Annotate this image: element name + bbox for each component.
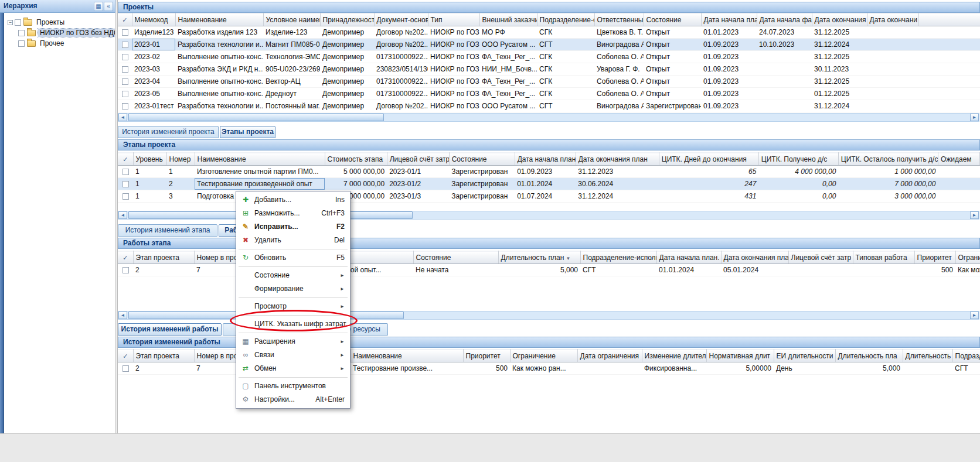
cell[interactable]: Демопример bbox=[320, 26, 374, 39]
row-checkbox[interactable] bbox=[122, 91, 128, 97]
cell[interactable]: Уварова Г. Ф. bbox=[594, 63, 644, 76]
cell[interactable]: СГТ bbox=[952, 362, 980, 375]
cell[interactable]: СГТ bbox=[537, 100, 594, 112]
cell[interactable] bbox=[867, 39, 918, 51]
cell[interactable]: Магнит ПМ085-01 bbox=[263, 39, 320, 51]
table-row[interactable]: 2023-02Выполнение опытно-конс...Технолог… bbox=[118, 51, 980, 63]
context-menu-item[interactable]: ►Просмотр bbox=[237, 300, 349, 313]
cell[interactable]: Открыт bbox=[644, 63, 701, 76]
column-header[interactable]: Дата окончания план bbox=[721, 251, 788, 264]
column-header[interactable]: Ожидаем bbox=[938, 153, 979, 166]
cell[interactable]: ФА_Техн_Рег_... bbox=[479, 88, 537, 100]
cell[interactable]: 31.12.2024 bbox=[576, 190, 659, 203]
column-header[interactable]: Дата начала факт bbox=[757, 13, 812, 26]
table-row[interactable]: 12Тестирование произведенной опыт7 000 0… bbox=[118, 178, 980, 190]
cell[interactable] bbox=[867, 88, 918, 100]
cell[interactable]: 017310000922... bbox=[374, 51, 428, 63]
cell[interactable]: Разработка изделия 123 bbox=[175, 26, 263, 39]
column-header[interactable]: Дата начала план bbox=[515, 153, 576, 166]
tree-checkbox[interactable] bbox=[18, 40, 25, 47]
context-menu-item[interactable]: ⚙Alt+EnterНастройки... bbox=[237, 393, 349, 406]
column-header[interactable]: Приоритет bbox=[914, 251, 955, 264]
table-row[interactable]: 2023-01тестРазработка технологии и...Пос… bbox=[118, 100, 980, 112]
column-header[interactable]: Типовая работа bbox=[853, 251, 914, 264]
cell[interactable]: 1 000 000,00 bbox=[838, 166, 938, 178]
column-header[interactable]: Длительность пла bbox=[835, 350, 903, 362]
column-header[interactable]: ✓ bbox=[118, 350, 133, 362]
cell[interactable]: 500 bbox=[463, 362, 510, 375]
cell[interactable]: 01.09.2023 bbox=[701, 76, 757, 88]
cell[interactable]: НИОКР по ГОЗ ... bbox=[428, 26, 479, 39]
cell[interactable] bbox=[867, 63, 918, 76]
cell[interactable] bbox=[918, 100, 980, 112]
row-checkbox[interactable] bbox=[122, 66, 128, 73]
row-checkbox[interactable] bbox=[122, 29, 128, 36]
cell[interactable]: 2023-05 bbox=[132, 88, 175, 100]
cell[interactable]: Открыт bbox=[644, 39, 701, 51]
cell[interactable]: 31.12.2025 bbox=[812, 26, 867, 39]
column-header[interactable]: Номер bbox=[166, 153, 195, 166]
cell[interactable]: 65 bbox=[659, 166, 758, 178]
cell[interactable] bbox=[757, 51, 812, 63]
cell[interactable]: 01.07.2024 bbox=[515, 190, 576, 203]
cell[interactable]: Соболева О. А. bbox=[594, 51, 644, 63]
column-header[interactable]: ЕИ длительности bbox=[774, 350, 835, 362]
column-header[interactable]: Приоритет bbox=[463, 350, 510, 362]
cell[interactable]: 01.09.2023 bbox=[515, 166, 576, 178]
tree-item[interactable]: НИОКР по ГОЗ без НДС bbox=[4, 28, 115, 38]
cell[interactable]: МО РФ bbox=[479, 26, 537, 39]
context-menu-item[interactable]: ⊞Ctrl+F3Размножить... bbox=[237, 207, 349, 220]
cell[interactable]: Постоянный маг... bbox=[263, 100, 320, 112]
column-header[interactable]: ✓ bbox=[118, 153, 133, 166]
row-checkbox[interactable] bbox=[122, 169, 129, 175]
column-header[interactable]: Дата начала план. bbox=[656, 251, 721, 264]
row-checkbox[interactable] bbox=[122, 42, 128, 48]
cell[interactable]: Дредноут bbox=[263, 88, 320, 100]
cell[interactable] bbox=[118, 178, 133, 190]
cell[interactable]: 247 bbox=[659, 178, 758, 190]
cell[interactable]: 01.09.2023 bbox=[701, 63, 757, 76]
cell[interactable]: 017310000922... bbox=[374, 88, 428, 100]
cell[interactable]: НИОКР по ГОЗ ... bbox=[428, 76, 479, 88]
cell[interactable]: 2023-04 bbox=[132, 76, 175, 88]
cell[interactable]: Технология-ЭМС bbox=[263, 51, 320, 63]
column-header[interactable]: Ответственный bbox=[594, 13, 644, 26]
cell[interactable]: Зарегистрирован bbox=[449, 178, 515, 190]
cell[interactable] bbox=[118, 63, 132, 76]
cell[interactable]: 2023-01тест bbox=[132, 100, 175, 112]
cell[interactable]: 01.09.2023 bbox=[701, 51, 757, 63]
cell[interactable]: Цветкова В. Т. bbox=[594, 26, 644, 39]
tab-inactive[interactable]: История изменений проекта bbox=[118, 126, 219, 138]
scroll-right-icon[interactable]: ► bbox=[970, 114, 979, 121]
grid-icon[interactable]: ▦ bbox=[94, 2, 103, 11]
cell[interactable]: НИОКР по ГОЗ ... bbox=[428, 63, 479, 76]
tree-item-label[interactable]: Проекты bbox=[35, 18, 66, 26]
cell[interactable]: Зарегистрирован bbox=[644, 100, 701, 112]
column-header[interactable]: Подразделение-от bbox=[537, 13, 594, 26]
cell[interactable]: 05.01.2024 bbox=[721, 264, 788, 276]
context-menu-item[interactable]: ✎F2Исправить... bbox=[237, 220, 349, 234]
cell[interactable]: ФА_Техн_Рег_... bbox=[479, 76, 537, 88]
cell[interactable] bbox=[577, 362, 642, 375]
cell[interactable]: Открыт bbox=[644, 51, 701, 63]
cell[interactable]: Выполнение опытно-конс... bbox=[175, 51, 263, 63]
cell[interactable] bbox=[757, 88, 812, 100]
table-row[interactable]: 11Изготовление опытной партии ПМ0...5 00… bbox=[118, 166, 980, 178]
context-menu-item[interactable]: ►Состояние bbox=[237, 269, 349, 282]
column-header[interactable]: Длительность фак bbox=[903, 350, 952, 362]
column-header[interactable]: Состояние bbox=[644, 13, 701, 26]
cell[interactable]: 2023-01 bbox=[132, 39, 175, 51]
cell[interactable]: Как можно ран... bbox=[510, 362, 577, 375]
row-checkbox[interactable] bbox=[122, 267, 129, 273]
cell[interactable]: НИОКР по ГОЗ ... bbox=[428, 39, 479, 51]
cell[interactable] bbox=[118, 51, 132, 63]
cell[interactable]: 0,00 bbox=[758, 178, 838, 190]
cell[interactable]: 7 000 000,00 bbox=[325, 178, 387, 190]
cell[interactable] bbox=[788, 264, 853, 276]
cell[interactable]: 01.01.2023 bbox=[701, 26, 757, 39]
cell[interactable]: Зарегистрирован bbox=[449, 166, 515, 178]
cell[interactable]: СГТ bbox=[580, 264, 656, 276]
cell[interactable]: Разработка технологии и... bbox=[175, 100, 263, 112]
cell[interactable] bbox=[867, 51, 918, 63]
cell[interactable] bbox=[118, 76, 132, 88]
